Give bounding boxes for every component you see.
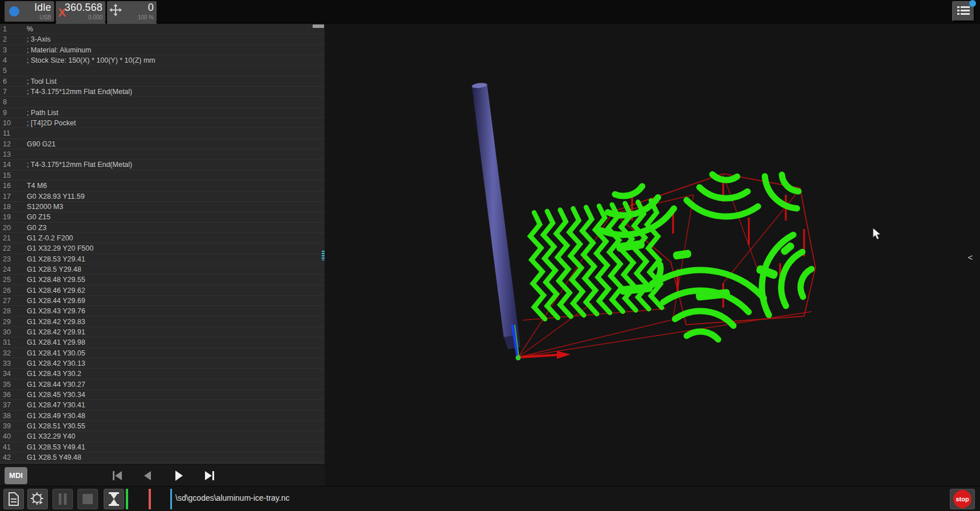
step-back-icon [142,470,154,481]
gcode-line-text: G1 X28.44 Y29.69 [27,296,85,306]
gcode-line-number: 34 [3,369,11,379]
run-job-button[interactable] [27,489,48,509]
collapse-panel-chevron[interactable]: < [965,252,976,263]
gcode-line[interactable]: 23G1 X28.53 Y29.41 [0,254,325,264]
gcode-line[interactable]: 35G1 X28.44 Y30.27 [0,379,325,390]
gcode-line-text: G1 X28.53 Y49.41 [27,442,85,452]
gcode-line-number: 28 [3,306,11,316]
gcode-line[interactable]: 40G1 X32.29 Y40 [0,431,325,441]
gcode-line[interactable]: 13 [0,149,325,160]
gcode-line-text: ; T4-3.175*12mm Flat End(Metal) [27,160,132,170]
gcode-line[interactable]: 4; Stock Size: 150(X) * 100(Y) * 10(Z) m… [0,55,325,66]
skip-to-end-button[interactable] [198,467,221,485]
gear-run-icon [31,492,44,506]
gcode-line-number: 6 [3,76,7,87]
gcode-line-text: ; Stock Size: 150(X) * 100(Y) * 10(Z) mm [27,55,155,66]
gcode-line-text: G1 X28.48 Y29.55 [27,275,85,285]
gcode-line-number: 2 [3,34,7,44]
gcode-line[interactable]: 16T4 M6 [0,181,325,191]
gcode-line[interactable]: 9; Path List [0,108,325,118]
gcode-line[interactable]: 29G1 X28.42 Y29.83 [0,317,325,327]
gcode-line-text: G1 X28.42 Y29.91 [27,327,85,337]
gcode-line[interactable]: 18S12000 M3 [0,202,325,212]
gcode-line[interactable]: 30G1 X28.42 Y29.91 [0,327,325,337]
gcode-line-text: ; T4-3.175*12mm Flat End(Metal) [27,87,132,97]
gcode-line[interactable]: 3; Material: Aluminum [0,45,325,55]
gcode-line[interactable]: 38G1 X28.49 Y30.48 [0,411,325,421]
gcode-line-number: 25 [3,275,11,285]
gcode-line-text: ; Tool List [27,76,57,87]
gcode-line-number: 37 [3,400,11,410]
gcode-line-number: 4 [3,55,7,66]
gcode-line[interactable]: 6; Tool List [0,76,325,87]
gcode-line[interactable]: 31G1 X28.41 Y29.98 [0,337,325,348]
gcode-line-number: 33 [3,358,11,369]
play-button[interactable] [167,467,190,485]
gcode-line[interactable]: 15 [0,170,325,181]
dro-top-bar: Idle USB X360.5680.000Y236.0980.000Z118.… [0,0,980,23]
gcode-line[interactable]: 37G1 X28.47 Y30.41 [0,400,325,410]
gcode-list[interactable]: 1%2; 3-Axis3; Material: Aluminum4; Stock… [0,24,325,464]
gcode-line[interactable]: 28G1 X28.43 Y29.76 [0,306,325,316]
gcode-line[interactable]: 14; T4-3.175*12mm Flat End(Metal) [0,160,325,170]
gcode-line-number: 19 [3,212,11,222]
open-file-button[interactable] [3,489,24,509]
gcode-line[interactable]: 24G1 X28.5 Y29.48 [0,264,325,275]
list-menu-icon [957,5,970,17]
notification-badge [969,0,976,7]
gcode-line-text: G1 X28.41 Y30.05 [27,348,85,358]
step-back-button[interactable] [137,467,159,485]
dro-axis-x[interactable]: X360.5680.000 [56,1,105,22]
gcode-line[interactable]: 11 [0,128,325,138]
gcode-line-text: T4 M6 [27,181,47,191]
gcode-line-number: 40 [3,431,11,441]
gcode-line[interactable]: 22G1 X32.29 Y20 F500 [0,243,325,254]
rewind-button[interactable] [106,467,129,485]
gcode-line[interactable]: 10; [T4]2D Pocket [0,118,325,128]
gcode-line[interactable]: 42G1 X28.5 Y49.48 [0,452,325,463]
gcode-line[interactable]: 33G1 X28.42 Y30.13 [0,358,325,369]
gcode-line[interactable]: 26G1 X28.46 Y29.62 [0,285,325,296]
gcode-line[interactable]: 17G0 X28.93 Y11.59 [0,191,325,202]
gcode-line[interactable]: 41G1 X28.53 Y49.41 [0,442,325,452]
gcode-line[interactable]: 21G1 Z-0.2 F200 [0,233,325,243]
gcode-line[interactable]: 8 [0,97,325,107]
pause-button[interactable] [52,489,73,509]
stop-job-button[interactable] [77,489,98,509]
gcode-line-text: ; Material: Aluminum [27,45,91,55]
file-icon [8,492,19,506]
verify-job-button[interactable] [104,489,124,509]
gcode-line-text: ; Path List [27,108,59,118]
main-menu-button[interactable] [952,1,975,22]
gcode-line-number: 27 [3,296,11,306]
mdi-button[interactable]: MDI [5,467,27,484]
gcode-line-text: G1 X28.53 Y29.41 [27,254,85,264]
axis-position: 360.568 [65,2,102,14]
feed-indicator-bar [126,489,128,509]
estop-button[interactable]: stop [950,489,975,509]
mdi-row: MDI [0,464,325,486]
gcode-line-number: 41 [3,442,11,452]
gcode-line[interactable]: 27G1 X28.44 Y29.69 [0,296,325,306]
gcode-line[interactable]: 19G0 Z15 [0,212,325,222]
gcode-line[interactable]: 5 [0,66,325,76]
gcode-line-text: G1 Z-0.2 F200 [27,233,73,243]
status-box-jog-arrows[interactable]: 0100 % [107,1,157,22]
gcode-line-number: 24 [3,264,11,275]
gcode-line-text: G1 X28.42 Y30.13 [27,358,85,369]
gcode-line-number: 13 [3,149,11,160]
machine-status-box[interactable]: Idle USB [5,1,54,22]
gcode-line[interactable]: 7; T4-3.175*12mm Flat End(Metal) [0,87,325,97]
gcode-line[interactable]: 25G1 X28.48 Y29.55 [0,275,325,285]
gcode-line[interactable]: 1% [0,24,325,34]
gcode-line[interactable]: 39G1 X28.51 Y30.55 [0,421,325,431]
gcode-scrollbar[interactable] [313,24,324,28]
gcode-line[interactable]: 32G1 X28.41 Y30.05 [0,348,325,358]
gcode-line[interactable]: 36G1 X28.45 Y30.34 [0,390,325,400]
gcode-line[interactable]: 2; 3-Axis [0,34,325,44]
toolpath-3d-view[interactable] [325,24,980,486]
stop-square-icon [83,494,93,504]
gcode-line[interactable]: 12G90 G21 [0,139,325,149]
gcode-line[interactable]: 20G0 Z3 [0,223,325,233]
gcode-line[interactable]: 34G1 X28.43 Y30.2 [0,369,325,379]
